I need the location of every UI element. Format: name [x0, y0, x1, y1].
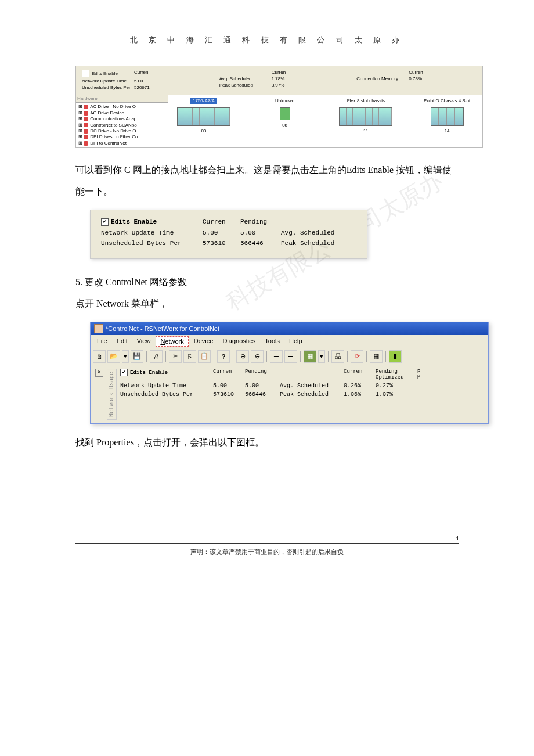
net-update-label: Network Update Time [82, 78, 134, 84]
menu-view[interactable]: View [133, 336, 155, 347]
menu-device[interactable]: Device [190, 336, 218, 347]
open-icon[interactable]: 📂 [107, 350, 120, 363]
net-update-pending: 5.00 [240, 229, 281, 236]
menu-bar: File Edit View Network Device Diagnostic… [91, 335, 488, 348]
curren-hdr-3: Curren [409, 70, 435, 75]
curren-hdr-2: Curren [272, 70, 298, 75]
toolbar-separator [233, 351, 233, 362]
refresh-icon[interactable]: ⟳ [351, 350, 363, 363]
row-val: 1.07% [376, 391, 417, 398]
node-03[interactable]: 1756-A7/A 03 [172, 98, 236, 145]
tree-item: ⊞ AC Drive Device [78, 110, 165, 116]
device-icon [84, 105, 88, 109]
window-title: *ControlNet - RSNetWorx for ControlNet [106, 325, 219, 332]
titlebar[interactable]: *ControlNet - RSNetWorx for ControlNet [91, 322, 488, 335]
unsched-label: Unscheduled Bytes Per [82, 85, 134, 90]
dropdown-icon[interactable]: ▾ [318, 350, 325, 363]
row-label: Unscheduled Bytes Per [120, 391, 213, 398]
row-val: 5.00 [213, 383, 245, 389]
close-panel-icon[interactable]: ✕ [95, 369, 103, 377]
row-val: 1.06% [344, 391, 376, 398]
menu-network[interactable]: Network [156, 336, 188, 347]
curren-hdr-1: Curren [134, 70, 160, 77]
row-val: 573610 [213, 391, 245, 398]
toolbar-separator [347, 351, 348, 362]
menu-help[interactable]: Help [285, 336, 306, 347]
node-11[interactable]: Flex 8 slot chassis 11 [334, 98, 398, 145]
toolbar-separator [214, 351, 214, 362]
paragraph-1: 可以看到你 C 网上的接点地址都会扫上来。这是需要点击左上角的Edits Ena… [75, 160, 459, 203]
figure-app-window: *ControlNet - RSNetWorx for ControlNet F… [90, 322, 489, 424]
toolbar-separator [328, 351, 329, 362]
toolbar: 🗎 📂 ▾ 💾 🖨 ✂ ⎘ 📋 ? ⊕ ⊖ ☰ ☰ ▦ ▾ 品 ⟳ [91, 348, 488, 365]
section-5-heading: 5. 更改 ControlNet 网络参数 [75, 276, 459, 289]
toolbar-separator [366, 351, 367, 362]
peak-scheduled-label: Peak Scheduled [281, 240, 356, 247]
fig1-status-panel: Edits EnableCurren Network Update Time5.… [76, 66, 482, 95]
help-icon[interactable]: ? [217, 350, 230, 363]
tree-item: ⊞ ControlNet to SCANpo [78, 123, 165, 128]
net-update-curren2: 5.00 [203, 229, 240, 236]
toolbar-separator [385, 351, 386, 362]
menu-diagnostics[interactable]: Diagnostics [218, 336, 259, 347]
pending-hdr-fig3: Pending [245, 369, 280, 380]
peak-sched-label: Peak Scheduled [219, 82, 272, 88]
net-update-curren: 5.00 [134, 78, 160, 84]
grid-icon[interactable]: ▦ [370, 350, 383, 363]
zoom-in-icon[interactable]: ⊕ [236, 350, 249, 363]
dropdown-icon[interactable]: ▾ [122, 350, 129, 363]
node-06[interactable]: Unknown 06 [253, 98, 317, 145]
net-update-label2: Network Update Time [101, 229, 203, 236]
paragraph-2: 点开 Network 菜单栏， [75, 293, 459, 315]
conn-mem-label: Connection Memory [356, 76, 409, 81]
device-icon [84, 117, 88, 121]
copy-icon[interactable]: ⎘ [183, 350, 196, 363]
online-icon[interactable]: ▦ [304, 350, 316, 363]
print-icon[interactable]: 🖨 [150, 350, 163, 363]
hardware-tree[interactable]: Hardware ⊞ AC Drive - No Drive O ⊞ AC Dr… [76, 95, 168, 147]
footer-rule [75, 543, 459, 544]
menu-tools[interactable]: Tools [261, 336, 284, 347]
edits-enable-label-fig1: Edits Enable [92, 71, 118, 76]
row-val: Avg. Scheduled [280, 383, 344, 389]
enable-icon[interactable]: ▮ [389, 350, 402, 363]
unsched-curren: 520671 [134, 85, 160, 90]
curren-header: Curren [203, 218, 240, 225]
toolbar-separator [300, 351, 301, 362]
menu-edit[interactable]: Edit [113, 336, 132, 347]
list2-icon[interactable]: ☰ [284, 350, 297, 363]
edits-enable-checkbox-fig3[interactable] [120, 369, 128, 376]
unsched-pending: 566446 [240, 240, 281, 247]
paste-icon[interactable]: 📋 [198, 350, 211, 363]
pending-header: Pending [240, 218, 281, 225]
new-icon[interactable]: 🗎 [93, 350, 106, 363]
edits-enable-checkbox-fig1[interactable] [82, 70, 89, 77]
figure-network-overview: Edits EnableCurren Network Update Time5.… [75, 66, 483, 148]
edits-enable-label-fig3: Edits Enable [130, 369, 168, 375]
figure-edits-enable-panel: Edits Enable Curren Pending Network Upda… [90, 210, 367, 259]
footer-disclaimer: 声明：该文章严禁用于商业目的，否则引起的后果自负 [75, 548, 459, 556]
list-icon[interactable]: ☰ [270, 350, 283, 363]
toolbar-separator [146, 351, 147, 362]
chassis-icon [339, 107, 392, 126]
app-icon [94, 324, 103, 333]
menu-file[interactable]: File [93, 336, 111, 347]
nodes-panel: 1756-A7/A 03 Unknown 06 Flex 8 slot chas… [168, 95, 482, 147]
row-val: 0.27% [376, 383, 417, 389]
device-icon [84, 141, 88, 146]
network-icon[interactable]: 品 [331, 350, 344, 363]
page-number: 4 [75, 534, 459, 541]
save-icon[interactable]: 💾 [131, 350, 143, 363]
device-icon [84, 129, 88, 134]
chassis-icon [177, 107, 230, 126]
zoom-out-icon[interactable]: ⊖ [251, 350, 264, 363]
node-14[interactable]: PointIO Chassis 4 Slot 14 [415, 98, 479, 145]
device-icon [84, 123, 88, 127]
network-usage-tab[interactable]: Network Usage [107, 369, 117, 420]
toolbar-separator [165, 351, 166, 362]
peak-sched-val: 3.97% [272, 82, 298, 88]
device-icon [84, 135, 88, 139]
row-val: 0.26% [344, 383, 376, 389]
edits-enable-checkbox[interactable] [101, 218, 109, 226]
cut-icon[interactable]: ✂ [169, 350, 182, 363]
